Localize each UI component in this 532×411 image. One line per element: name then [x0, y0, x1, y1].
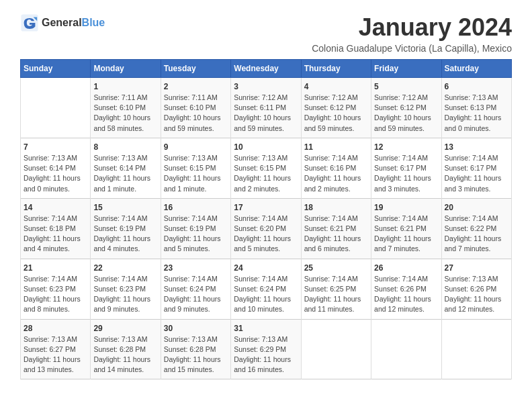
day-number: 3: [234, 82, 298, 91]
calendar-cell: 26Sunrise: 7:14 AMSunset: 6:26 PMDayligh…: [371, 259, 441, 319]
day-number: 23: [164, 263, 228, 273]
day-info: Sunrise: 7:14 AMSunset: 6:17 PMDaylight:…: [374, 153, 438, 194]
calendar-header-friday: Friday: [371, 60, 441, 78]
calendar-cell: 19Sunrise: 7:14 AMSunset: 6:21 PMDayligh…: [371, 198, 441, 259]
day-number: 21: [24, 263, 87, 273]
day-number: 2: [164, 82, 228, 91]
title-area: January 2024 Colonia Guadalupe Victoria …: [312, 13, 512, 54]
calendar-cell: 27Sunrise: 7:13 AMSunset: 6:26 PMDayligh…: [441, 259, 511, 319]
day-info: Sunrise: 7:14 AMSunset: 6:16 PMDaylight:…: [304, 153, 368, 194]
logo-area: GeneralBlue: [20, 13, 105, 32]
calendar-cell: 18Sunrise: 7:14 AMSunset: 6:21 PMDayligh…: [301, 198, 371, 259]
day-info: Sunrise: 7:14 AMSunset: 6:24 PMDaylight:…: [164, 274, 228, 315]
day-info: Sunrise: 7:13 AMSunset: 6:28 PMDaylight:…: [93, 334, 157, 375]
day-info: Sunrise: 7:14 AMSunset: 6:19 PMDaylight:…: [93, 214, 157, 255]
subtitle: Colonia Guadalupe Victoria (La Capilla),…: [312, 43, 512, 54]
calendar-cell: 21Sunrise: 7:14 AMSunset: 6:23 PMDayligh…: [21, 259, 91, 319]
calendar-cell: 31Sunrise: 7:13 AMSunset: 6:29 PMDayligh…: [231, 319, 301, 379]
day-number: 9: [164, 142, 228, 152]
day-number: 15: [93, 203, 157, 212]
day-info: Sunrise: 7:13 AMSunset: 6:14 PMDaylight:…: [24, 153, 87, 194]
calendar-cell: 30Sunrise: 7:13 AMSunset: 6:28 PMDayligh…: [161, 319, 230, 379]
calendar-cell: [301, 319, 371, 379]
day-info: Sunrise: 7:14 AMSunset: 6:22 PMDaylight:…: [445, 214, 508, 255]
day-number: 12: [374, 142, 438, 152]
calendar-header-saturday: Saturday: [441, 60, 511, 78]
calendar-week-row: 7Sunrise: 7:13 AMSunset: 6:14 PMDaylight…: [21, 138, 512, 198]
month-title: January 2024: [312, 13, 512, 42]
day-info: Sunrise: 7:12 AMSunset: 6:12 PMDaylight:…: [304, 93, 368, 134]
day-info: Sunrise: 7:14 AMSunset: 6:25 PMDaylight:…: [304, 274, 368, 315]
calendar-cell: 16Sunrise: 7:14 AMSunset: 6:19 PMDayligh…: [161, 198, 230, 259]
calendar-week-row: 14Sunrise: 7:14 AMSunset: 6:18 PMDayligh…: [21, 198, 512, 259]
day-number: 24: [234, 263, 298, 273]
day-info: Sunrise: 7:12 AMSunset: 6:11 PMDaylight:…: [234, 93, 298, 134]
calendar-week-row: 1Sunrise: 7:11 AMSunset: 6:10 PMDaylight…: [21, 78, 512, 138]
day-info: Sunrise: 7:13 AMSunset: 6:15 PMDaylight:…: [234, 153, 298, 194]
calendar-cell: 7Sunrise: 7:13 AMSunset: 6:14 PMDaylight…: [21, 138, 91, 198]
day-info: Sunrise: 7:14 AMSunset: 6:21 PMDaylight:…: [304, 214, 368, 255]
day-number: 22: [93, 263, 157, 273]
calendar-cell: 11Sunrise: 7:14 AMSunset: 6:16 PMDayligh…: [301, 138, 371, 198]
calendar-cell: 9Sunrise: 7:13 AMSunset: 6:15 PMDaylight…: [161, 138, 230, 198]
day-info: Sunrise: 7:12 AMSunset: 6:12 PMDaylight:…: [374, 93, 438, 134]
day-number: 30: [164, 324, 228, 333]
calendar-week-row: 21Sunrise: 7:14 AMSunset: 6:23 PMDayligh…: [21, 259, 512, 319]
calendar-cell: 6Sunrise: 7:13 AMSunset: 6:13 PMDaylight…: [441, 78, 511, 138]
calendar-cell: 2Sunrise: 7:11 AMSunset: 6:10 PMDaylight…: [161, 78, 230, 138]
calendar-cell: 13Sunrise: 7:14 AMSunset: 6:17 PMDayligh…: [441, 138, 511, 198]
day-number: 13: [445, 142, 508, 152]
calendar-body: 1Sunrise: 7:11 AMSunset: 6:10 PMDaylight…: [21, 78, 512, 379]
day-info: Sunrise: 7:14 AMSunset: 6:21 PMDaylight:…: [374, 214, 438, 255]
calendar-cell: 24Sunrise: 7:14 AMSunset: 6:24 PMDayligh…: [231, 259, 301, 319]
calendar-cell: 22Sunrise: 7:14 AMSunset: 6:23 PMDayligh…: [91, 259, 161, 319]
day-info: Sunrise: 7:14 AMSunset: 6:26 PMDaylight:…: [374, 274, 438, 315]
day-number: 20: [445, 203, 508, 212]
calendar-cell: 5Sunrise: 7:12 AMSunset: 6:12 PMDaylight…: [371, 78, 441, 138]
calendar-table: SundayMondayTuesdayWednesdayThursdayFrid…: [20, 59, 512, 379]
calendar-week-row: 28Sunrise: 7:13 AMSunset: 6:27 PMDayligh…: [21, 319, 512, 379]
day-number: 17: [234, 203, 298, 212]
calendar-cell: 15Sunrise: 7:14 AMSunset: 6:19 PMDayligh…: [91, 198, 161, 259]
calendar-cell: 1Sunrise: 7:11 AMSunset: 6:10 PMDaylight…: [91, 78, 161, 138]
calendar-header-sunday: Sunday: [21, 60, 91, 78]
day-info: Sunrise: 7:11 AMSunset: 6:10 PMDaylight:…: [93, 93, 157, 134]
calendar-cell: 4Sunrise: 7:12 AMSunset: 6:12 PMDaylight…: [301, 78, 371, 138]
calendar-header-tuesday: Tuesday: [161, 60, 230, 78]
day-info: Sunrise: 7:14 AMSunset: 6:18 PMDaylight:…: [24, 214, 87, 255]
calendar-cell: [441, 319, 511, 379]
day-info: Sunrise: 7:14 AMSunset: 6:19 PMDaylight:…: [164, 214, 228, 255]
calendar-header-thursday: Thursday: [301, 60, 371, 78]
day-number: 31: [234, 324, 298, 333]
day-number: 26: [374, 263, 438, 273]
calendar-header-row: SundayMondayTuesdayWednesdayThursdayFrid…: [21, 60, 512, 78]
day-number: 29: [93, 324, 157, 333]
calendar-cell: 23Sunrise: 7:14 AMSunset: 6:24 PMDayligh…: [161, 259, 230, 319]
day-number: 14: [24, 203, 87, 212]
day-info: Sunrise: 7:14 AMSunset: 6:23 PMDaylight:…: [93, 274, 157, 315]
day-number: 27: [445, 263, 508, 273]
day-info: Sunrise: 7:13 AMSunset: 6:28 PMDaylight:…: [164, 334, 228, 375]
calendar-cell: 14Sunrise: 7:14 AMSunset: 6:18 PMDayligh…: [21, 198, 91, 259]
logo: GeneralBlue: [20, 13, 105, 32]
calendar-cell: 29Sunrise: 7:13 AMSunset: 6:28 PMDayligh…: [91, 319, 161, 379]
calendar-cell: [371, 319, 441, 379]
page: GeneralBlue January 2024 Colonia Guadalu…: [0, 0, 532, 411]
calendar-header-wednesday: Wednesday: [231, 60, 301, 78]
day-number: 25: [304, 263, 368, 273]
day-info: Sunrise: 7:14 AMSunset: 6:24 PMDaylight:…: [234, 274, 298, 315]
day-info: Sunrise: 7:14 AMSunset: 6:17 PMDaylight:…: [445, 153, 508, 194]
day-info: Sunrise: 7:13 AMSunset: 6:29 PMDaylight:…: [234, 334, 298, 375]
logo-text: GeneralBlue: [42, 17, 105, 29]
calendar-header-monday: Monday: [91, 60, 161, 78]
calendar-cell: 10Sunrise: 7:13 AMSunset: 6:15 PMDayligh…: [231, 138, 301, 198]
day-info: Sunrise: 7:13 AMSunset: 6:27 PMDaylight:…: [24, 334, 87, 375]
general-blue-icon: [20, 13, 39, 32]
header: GeneralBlue January 2024 Colonia Guadalu…: [20, 13, 512, 54]
calendar-cell: 3Sunrise: 7:12 AMSunset: 6:11 PMDaylight…: [231, 78, 301, 138]
day-number: 10: [234, 142, 298, 152]
day-number: 28: [24, 324, 87, 333]
day-info: Sunrise: 7:13 AMSunset: 6:15 PMDaylight:…: [164, 153, 228, 194]
calendar-cell: 17Sunrise: 7:14 AMSunset: 6:20 PMDayligh…: [231, 198, 301, 259]
day-number: 11: [304, 142, 368, 152]
